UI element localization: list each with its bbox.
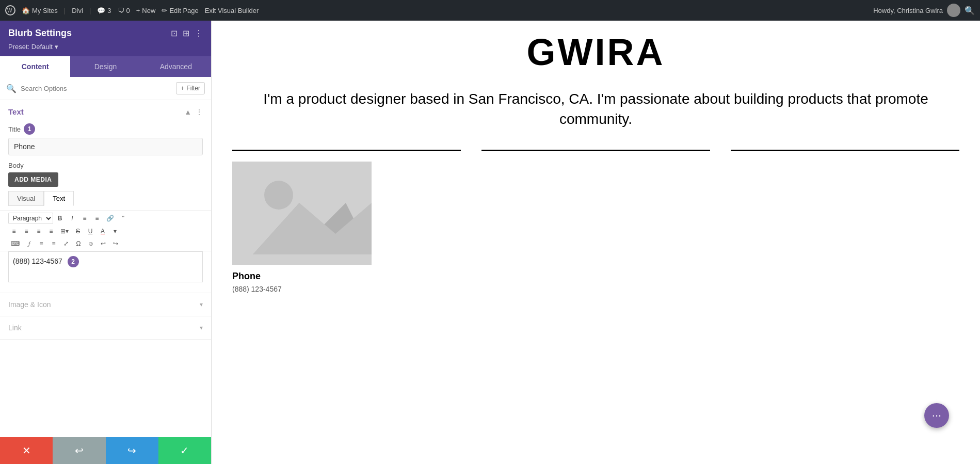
fullscreen-icon[interactable]: ⊡	[171, 28, 178, 38]
editor-content-area[interactable]: (888) 123-4567 2	[8, 251, 203, 282]
my-sites-link[interactable]: 🏠 My Sites	[22, 7, 58, 14]
title-input[interactable]	[8, 138, 203, 155]
main-content: GWIRA I'm a product designer based in Sa…	[212, 21, 980, 464]
toolbar-row-2: ≡ ≡ ≡ ≡ ⊞▾ S U A ▾	[8, 226, 203, 236]
italic-button[interactable]: I	[67, 213, 78, 223]
body-text: (888) 123-4567	[13, 257, 62, 265]
editor-toolbar: Paragraph B I ≡ ≡ 🔗 " ≡ ≡ ≡ ≡ ⊞▾	[0, 210, 211, 251]
card-title: Phone	[232, 271, 461, 282]
fab-button[interactable]: ···	[924, 403, 949, 428]
search-icon: 🔍	[6, 84, 17, 93]
toolbar-row-3: ⌨ 𝑓 ≡ ≡ ⤢ Ω ☺ ↩ ↪	[8, 238, 203, 249]
underline-button[interactable]: U	[85, 226, 96, 236]
align-right-button[interactable]: ≡	[33, 226, 44, 236]
link-button[interactable]: 🔗	[104, 213, 117, 223]
tab-content[interactable]: Content	[0, 56, 70, 77]
image-icon-header[interactable]: Image & Icon ▾	[0, 293, 211, 316]
main-area: Blurb Settings ⊡ ⊞ ⋮ Preset: Default ▾ C…	[0, 21, 980, 464]
panel-body: Text ▲ ⋮ Title 1 Body AD	[0, 100, 211, 437]
special-char-btn-2[interactable]: 𝑓	[23, 238, 35, 249]
card-body: (888) 123-4567	[232, 285, 461, 293]
search-bar: 🔍 + Filter	[0, 77, 211, 100]
title-label: Title 1	[8, 123, 203, 135]
divider-3	[731, 150, 959, 151]
undo-button[interactable]: ↩	[53, 437, 105, 464]
card-placeholder-3	[731, 162, 959, 293]
wp-logo-icon[interactable]: W	[5, 5, 15, 15]
align-left-button[interactable]: ≡	[8, 226, 20, 236]
panel-header-icons: ⊡ ⊞ ⋮	[171, 28, 203, 38]
bold-button[interactable]: B	[54, 213, 66, 223]
unordered-list-button[interactable]: ≡	[79, 213, 90, 223]
new-button[interactable]: + New	[136, 7, 156, 14]
admin-search-icon[interactable]: 🔍	[965, 6, 975, 15]
tab-advanced[interactable]: Advanced	[141, 56, 211, 77]
site-header: GWIRA	[212, 21, 980, 78]
undo-editor-btn[interactable]: ↩	[98, 238, 109, 249]
add-media-button[interactable]: ADD MEDIA	[8, 172, 58, 187]
align-center-button[interactable]: ≡	[21, 226, 32, 236]
more-options-icon[interactable]: ⋮	[196, 108, 203, 116]
paragraph-select[interactable]: Paragraph	[8, 213, 53, 224]
outdent-btn[interactable]: ≡	[48, 238, 59, 249]
link-section: Link ▾	[0, 316, 211, 340]
more-icon[interactable]: ⋮	[195, 28, 203, 38]
emoji-btn[interactable]: ☺	[85, 238, 97, 249]
redo-editor-btn[interactable]: ↪	[110, 238, 121, 249]
image-icon-arrow: ▾	[200, 301, 203, 308]
text-section-title: Text	[8, 107, 24, 116]
panel-footer: ✕ ↩ ↪ ✓	[0, 437, 211, 464]
svg-point-3	[264, 181, 293, 210]
quote-button[interactable]: "	[118, 213, 129, 223]
collapse-icon[interactable]: ▲	[184, 108, 191, 116]
toolbar-row-1: Paragraph B I ≡ ≡ 🔗 "	[8, 213, 203, 224]
redo-icon: ↪	[127, 444, 136, 457]
exit-visual-builder-link[interactable]: Exit Visual Builder	[205, 7, 259, 14]
admin-bar: W 🏠 My Sites | Divi | 💬 3 🗨 0 + New ✏ Ed…	[0, 0, 980, 21]
editor-tab-visual[interactable]: Visual	[8, 191, 44, 206]
special-chars-btn[interactable]: Ω	[73, 238, 84, 249]
comment-bubble-link[interactable]: 🗨 0	[118, 7, 130, 14]
fab-icon: ···	[932, 409, 941, 422]
strikethrough-button[interactable]: S	[72, 226, 84, 236]
more-toolbar-button[interactable]: ▾	[109, 226, 121, 236]
align-justify-button[interactable]: ≡	[45, 226, 57, 236]
search-input[interactable]	[21, 85, 172, 92]
redo-button[interactable]: ↪	[106, 437, 158, 464]
link-header[interactable]: Link ▾	[0, 316, 211, 339]
divider-2	[481, 150, 710, 151]
cancel-button[interactable]: ✕	[0, 437, 53, 464]
edit-page-link[interactable]: ✏ Edit Page	[162, 7, 198, 14]
avatar[interactable]	[947, 4, 960, 17]
image-icon-title: Image & Icon	[8, 300, 51, 309]
divi-link[interactable]: Divi	[72, 7, 83, 14]
panel-tabs: Content Design Advanced	[0, 56, 211, 77]
cards-area: Phone (888) 123-4567	[212, 162, 980, 293]
pencil-icon: ✏	[162, 7, 167, 14]
my-sites-icon: 🏠	[22, 7, 30, 14]
badge-1: 1	[24, 123, 35, 135]
divider-1	[232, 150, 461, 151]
dividers-row	[212, 145, 980, 151]
plus-icon: +	[136, 7, 140, 14]
tab-design[interactable]: Design	[70, 56, 140, 77]
howdy-text: Howdy, Christina Gwira	[873, 7, 943, 14]
special-char-btn-1[interactable]: ⌨	[8, 238, 22, 249]
indent-btn[interactable]: ≡	[36, 238, 47, 249]
badge-2: 2	[68, 256, 79, 267]
cancel-icon: ✕	[22, 444, 31, 457]
columns-icon[interactable]: ⊞	[183, 28, 189, 38]
card-image-placeholder	[232, 162, 372, 265]
filter-button[interactable]: + Filter	[176, 82, 205, 94]
fullscreen-editor-btn[interactable]: ⤢	[60, 238, 72, 249]
text-section-header[interactable]: Text ▲ ⋮	[0, 100, 211, 123]
save-button[interactable]: ✓	[158, 437, 211, 464]
table-button[interactable]: ⊞▾	[58, 226, 71, 236]
ordered-list-button[interactable]: ≡	[91, 213, 103, 223]
editor-tabs: Visual Text	[8, 191, 203, 206]
color-button[interactable]: A	[97, 226, 108, 236]
editor-tab-text[interactable]: Text	[44, 191, 74, 206]
preset-label[interactable]: Preset: Default ▾	[8, 43, 58, 51]
comments-link[interactable]: 💬 3	[97, 7, 111, 14]
panel-title: Blurb Settings	[8, 28, 72, 39]
